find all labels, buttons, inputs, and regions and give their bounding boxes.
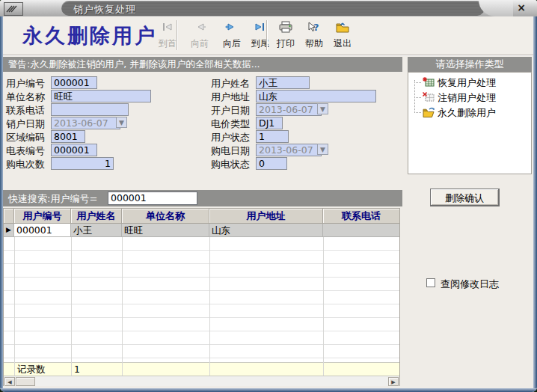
- price-type-input[interactable]: DJ1: [256, 117, 283, 129]
- unit-name-input[interactable]: 旺旺: [51, 90, 151, 102]
- toolbar: 永久删除用户 到首 向前 向后 到尾 打印: [3, 16, 533, 55]
- exit-button[interactable]: 退出: [328, 21, 358, 52]
- checkbox-icon[interactable]: [426, 278, 435, 287]
- nav-prev-button[interactable]: 向前: [185, 21, 215, 52]
- scrollbar-thumb[interactable]: [16, 377, 35, 386]
- meter-id-input[interactable]: 000001: [51, 144, 97, 156]
- cancel-date-combo[interactable]: 2013-06-07: [51, 117, 120, 129]
- delete-confirm-button[interactable]: 删除确认: [430, 189, 500, 206]
- cancel-user-icon: [422, 91, 435, 103]
- row-selector-header: [4, 209, 14, 224]
- gridline: [209, 237, 210, 376]
- field-label: 联系电话: [6, 104, 45, 117]
- table-cell[interactable]: 旺旺: [122, 224, 209, 237]
- nav-prev-label: 向前: [185, 37, 215, 50]
- nav-next-button[interactable]: 向后: [217, 21, 247, 52]
- next-arrow-icon: [217, 21, 247, 36]
- field-label: 购电日期: [211, 144, 250, 158]
- chevron-down-icon[interactable]: ▼: [116, 117, 127, 128]
- title-bar: 销户恢复处理 ×: [0, 0, 537, 16]
- quick-search-label: 快速搜索:用户编号=: [8, 192, 97, 206]
- window-title: 销户恢复处理: [73, 3, 136, 16]
- restore-user-icon: [422, 76, 435, 88]
- chevron-down-icon[interactable]: ▼: [317, 103, 328, 114]
- table-footer-row: 记录数 1: [4, 362, 399, 376]
- field-label: 用户姓名: [211, 77, 250, 91]
- record-count-value: 1: [74, 364, 80, 375]
- list-item-permanent-delete[interactable]: 永久删除用户: [410, 105, 530, 119]
- operation-type-header: 请选择操作类型: [408, 57, 532, 72]
- scroll-right-icon[interactable]: ▶: [388, 377, 399, 386]
- field-label: 用户状态: [211, 131, 250, 144]
- gridline: [122, 237, 123, 376]
- help-cursor-icon: ?: [299, 21, 329, 36]
- column-header[interactable]: 联系电话: [323, 209, 399, 224]
- permanent-delete-icon: [422, 106, 435, 118]
- table-header-row: 用户编号 用户姓名 单位名称 用户地址 联系电话: [4, 209, 399, 224]
- chevron-down-icon[interactable]: ▼: [317, 144, 328, 155]
- app-icon: [4, 2, 23, 16]
- printer-icon: [271, 21, 301, 36]
- operation-type-list: 恢复用户处理 注销用户处理 永久删除用户: [408, 72, 532, 174]
- prev-arrow-icon: [185, 21, 215, 36]
- field-label: 单位名称: [6, 91, 45, 104]
- list-item-restore-user[interactable]: 恢复用户处理: [410, 76, 530, 89]
- help-button[interactable]: ? 帮助: [299, 21, 329, 52]
- gridline: [14, 237, 15, 376]
- field-label: 购电状态: [211, 158, 250, 171]
- field-label: 用户编号: [6, 77, 45, 91]
- exit-folder-icon: [328, 21, 358, 36]
- table-cell[interactable]: 000001: [14, 224, 71, 237]
- nav-next-label: 向后: [217, 37, 247, 50]
- app-window: 销户恢复处理 × 永久删除用户 到首 向前 向后 到尾: [0, 0, 537, 392]
- scroll-left-icon[interactable]: ◀: [4, 377, 15, 386]
- purchase-count-input[interactable]: 1: [51, 157, 114, 170]
- area-code-input[interactable]: 8001: [51, 130, 85, 143]
- nav-first-button[interactable]: 到首: [153, 21, 182, 52]
- window-border: [533, 16, 537, 392]
- column-header[interactable]: 单位名称: [122, 209, 209, 224]
- field-label: 购电次数: [6, 158, 45, 171]
- phone-input[interactable]: [51, 103, 129, 116]
- user-id-input[interactable]: 000001: [51, 76, 97, 89]
- table-cell[interactable]: 山东: [209, 224, 323, 237]
- purchase-status-input[interactable]: 0: [256, 157, 287, 170]
- table-cell[interactable]: 小王: [71, 224, 122, 237]
- checkbox-label: 查阅修改日志: [441, 278, 499, 291]
- quick-search-input[interactable]: 000001: [108, 192, 197, 205]
- print-button[interactable]: 打印: [271, 21, 301, 52]
- horizontal-scrollbar[interactable]: ◀ ▶: [4, 376, 399, 386]
- help-label: 帮助: [299, 37, 329, 50]
- toolbar-separator: [266, 20, 267, 50]
- gridline: [323, 237, 324, 376]
- field-label: 开户日期: [211, 104, 250, 117]
- record-count-label: 记录数: [17, 364, 46, 376]
- list-item-label: 永久删除用户: [438, 106, 496, 120]
- table-cell[interactable]: [323, 224, 399, 237]
- gridline: [71, 237, 72, 376]
- field-label: 用户地址: [211, 91, 250, 104]
- column-header[interactable]: 用户编号: [14, 209, 71, 224]
- close-button[interactable]: ×: [513, 1, 530, 14]
- column-header[interactable]: 用户地址: [209, 209, 323, 224]
- purchase-date-combo[interactable]: 2013-06-07: [256, 144, 322, 156]
- open-date-combo[interactable]: 2013-06-07: [256, 103, 322, 116]
- tree-connector: [414, 112, 421, 113]
- first-arrow-icon: [153, 21, 182, 36]
- list-item-cancel-user[interactable]: 注销用户处理: [410, 91, 530, 104]
- field-label: 电表编号: [6, 144, 45, 158]
- page-title: 永久删除用户: [22, 22, 157, 49]
- field-label: 电价类型: [211, 117, 250, 131]
- row-selector-marker: ▶: [4, 224, 14, 237]
- list-item-label: 注销用户处理: [438, 91, 496, 105]
- column-header[interactable]: 用户姓名: [71, 209, 122, 224]
- table-empty-rows: [4, 237, 399, 362]
- table-row[interactable]: ▶ 000001 小王 旺旺 山东: [4, 224, 399, 237]
- user-name-input[interactable]: 小王: [256, 76, 310, 89]
- list-item-label: 恢复用户处理: [438, 76, 496, 90]
- print-label: 打印: [271, 37, 301, 50]
- user-status-input[interactable]: 1: [256, 130, 289, 143]
- nav-first-label: 到首: [153, 37, 182, 50]
- user-address-input[interactable]: 山东: [256, 90, 376, 102]
- window-border: [0, 388, 537, 392]
